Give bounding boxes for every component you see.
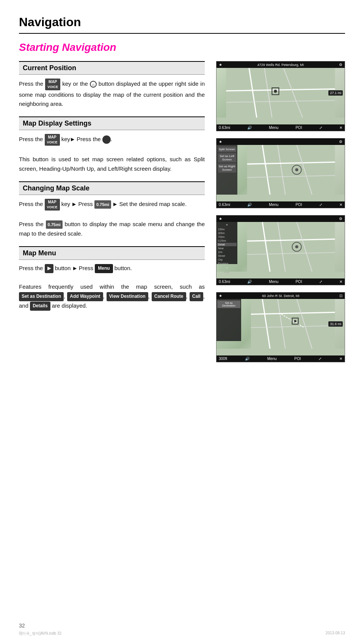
map-close-icon-4: ✕ xyxy=(339,357,342,361)
section-changing-map-scale: Changing Map Scale Press the MAPVOICE ke… xyxy=(19,181,205,239)
svg-rect-16 xyxy=(247,222,335,272)
map-body-3: + 150m 300m 700m 0.25mi Detail Near 2mi … xyxy=(217,222,345,272)
map-topbar-4: ★ 60 John R St. Detroit, MI ⊡ xyxy=(217,292,345,299)
map-address-1: 4729 Wells Rd. Petersburg, MI xyxy=(222,63,339,67)
section-body-current-position: Press the MAPVOICE key or the ⌂ button d… xyxy=(19,79,205,109)
scale-05mi: Detail xyxy=(217,243,237,246)
scale-025mi: 0.25mi xyxy=(217,239,237,242)
scale-badge-075mi: 0.75mi xyxy=(94,200,111,209)
map-address-4: 60 John R St. Detroit, MI xyxy=(222,294,339,298)
section-body-map-scale: Press the MAPVOICE key ▶ Press 0.75mi ▶ … xyxy=(19,199,205,239)
svg-point-32 xyxy=(294,320,297,322)
map-body-1: 27.1 mi xyxy=(217,68,345,118)
map-close-icon-1: ✕ xyxy=(339,126,342,130)
section-heading: Starting Navigation xyxy=(19,41,345,53)
map-star-icon-2: ★ xyxy=(219,140,222,144)
map-screenshot-2: ★ ⚙ Split Screen Set as Left Screen Set … xyxy=(216,138,345,208)
map-voice-badge-2: MAPVOICE xyxy=(45,134,60,146)
map-topbar-1: ★ 4729 Wells Rd. Petersburg, MI ⚙ xyxy=(217,61,345,68)
map-sidebar-2: Split Screen Set as Left Screen Set as R… xyxy=(217,145,237,195)
map-screenshot-1: ★ 4729 Wells Rd. Petersburg, MI ⚙ xyxy=(216,61,345,131)
svg-point-23 xyxy=(295,245,298,248)
section-map-display-settings: Map Display Settings Press the MAPVOICE … xyxy=(19,116,205,174)
call-badge: Call xyxy=(190,292,203,301)
map-body-2: Split Screen Set as Left Screen Set as R… xyxy=(217,145,345,195)
map-expand-icon-4: ⤢ xyxy=(318,357,322,361)
scale-2mi: 2mi xyxy=(217,250,237,254)
map-scale-3: 0.63mi xyxy=(219,280,230,284)
scale-badge-075mi-2: 0.75mi xyxy=(46,220,63,229)
map-topbar-2: ★ ⚙ xyxy=(217,138,345,145)
left-screen-item: Set as Left Screen xyxy=(218,153,236,162)
scale-4mi: Street xyxy=(217,254,237,258)
map-speaker-icon-3: 🔊 xyxy=(247,280,252,284)
map-bottombar-2: 0.63mi 🔊 Menu POI ⤢ ✕ xyxy=(217,201,345,208)
map-expand-icon-1: ⤢ xyxy=(319,126,322,130)
map-bottombar-3: 0.63mi 🔊 Menu POI ⤢ ✕ xyxy=(217,278,345,285)
map-screenshot-4: ★ 60 John R St. Detroit, MI ⊡ Set asDest… xyxy=(216,292,345,362)
map-speaker-icon-2: 🔊 xyxy=(247,203,252,207)
map-topbar-3: ★ ⚙ xyxy=(217,215,345,222)
map-expand-icon-3: ⤢ xyxy=(319,280,322,284)
map-distance-4: 31.6 mi xyxy=(328,321,343,327)
map-poi-label-1: POI xyxy=(295,126,302,130)
map-speaker-icon-1: 🔊 xyxy=(247,126,252,130)
section-current-position: Current Position Press the MAPVOICE key … xyxy=(19,61,205,109)
scale-city: City xyxy=(217,258,237,261)
nav-right-btn: ▶ xyxy=(45,264,53,273)
map-expand-icon-2: ⤢ xyxy=(319,203,322,207)
scale-near: Near xyxy=(217,247,237,250)
scale-300m: 300m xyxy=(217,231,237,235)
map4-sidebar: Set asDestination xyxy=(217,299,241,341)
map-exit-icon-4: ⊡ xyxy=(339,294,342,298)
map-scale-menu: + 150m 300m 700m 0.25mi Detail Near 2mi … xyxy=(217,222,237,264)
svg-rect-0 xyxy=(226,68,335,118)
map-settings-icon-2: ⚙ xyxy=(339,140,342,144)
view-destination-badge: View Destination xyxy=(107,292,148,301)
split-screen-item: Split Screen xyxy=(218,146,236,152)
menu-badge: Menu xyxy=(95,264,113,273)
section-header-current-position: Current Position xyxy=(19,61,205,75)
bottom-footer: 0[미국_영어]AVN.indb 32 2013-08-13 xyxy=(0,631,364,636)
map-screenshot-3: ★ ⚙ + 150m 300m 700m 0.25mi Detail Near … xyxy=(216,215,345,285)
set-as-destination-badge: Set as Destination xyxy=(19,292,64,301)
map-star-icon-4: ★ xyxy=(219,294,222,298)
circle-button xyxy=(102,135,111,144)
add-waypoint-badge: Add Waypoint xyxy=(67,292,103,301)
map-scale-1: 0.63mi xyxy=(219,126,230,130)
map-body-4: Set asDestination 31.6 mi xyxy=(217,299,345,349)
map-settings-icon-3: ⚙ xyxy=(339,217,342,221)
section-header-map-menu: Map Menu xyxy=(19,246,205,260)
map-voice-badge-3: MAPVOICE xyxy=(45,199,60,211)
map-star-icon-3: ★ xyxy=(219,217,222,221)
section-header-map-scale: Changing Map Scale xyxy=(19,181,205,195)
svg-point-7 xyxy=(274,90,277,93)
map-close-icon-2: ✕ xyxy=(339,203,342,207)
page-number: 32 xyxy=(19,623,25,629)
section-body-map-display: Press the MAPVOICE key▶ Press the . This… xyxy=(19,134,205,174)
map-poi-label-2: POI xyxy=(295,203,302,207)
scale-province: Province xyxy=(217,262,237,265)
map-star-icon: ★ xyxy=(219,63,222,67)
map-close-icon-3: ✕ xyxy=(339,280,342,284)
footer-left: 0[미국_영어]AVN.indb 32 xyxy=(19,631,61,636)
section-body-map-menu: Press the ▶ button ▶ Press Menu button. … xyxy=(19,264,205,311)
footer-right: 2013-08-13 xyxy=(326,631,345,636)
map-scale-4: 300ft xyxy=(219,357,227,361)
map-speaker-icon-4: 🔊 xyxy=(245,357,249,361)
section-map-menu: Map Menu Press the ▶ button ▶ Press Menu… xyxy=(19,246,205,311)
right-screen-item: Set as Right Screen xyxy=(218,164,236,173)
map-roads-3 xyxy=(237,222,345,272)
map-scale-2: 0.63mi xyxy=(219,203,230,207)
cancel-route-badge: Cancel Route xyxy=(152,292,186,301)
map-roads-1 xyxy=(217,68,345,118)
map-menu-label-4: Menu xyxy=(267,357,277,361)
map-screenshots-column: ★ 4729 Wells Rd. Petersburg, MI ⚙ xyxy=(216,61,345,362)
svg-rect-8 xyxy=(247,145,335,195)
map-roads-2 xyxy=(237,145,345,195)
set-dest-panel-item: Set asDestination xyxy=(217,300,240,308)
section-header-map-display: Map Display Settings xyxy=(19,116,205,130)
details-badge: Details xyxy=(30,302,50,311)
map-menu-label-2: Menu xyxy=(269,203,278,207)
map-poi-label-3: POI xyxy=(295,280,302,284)
